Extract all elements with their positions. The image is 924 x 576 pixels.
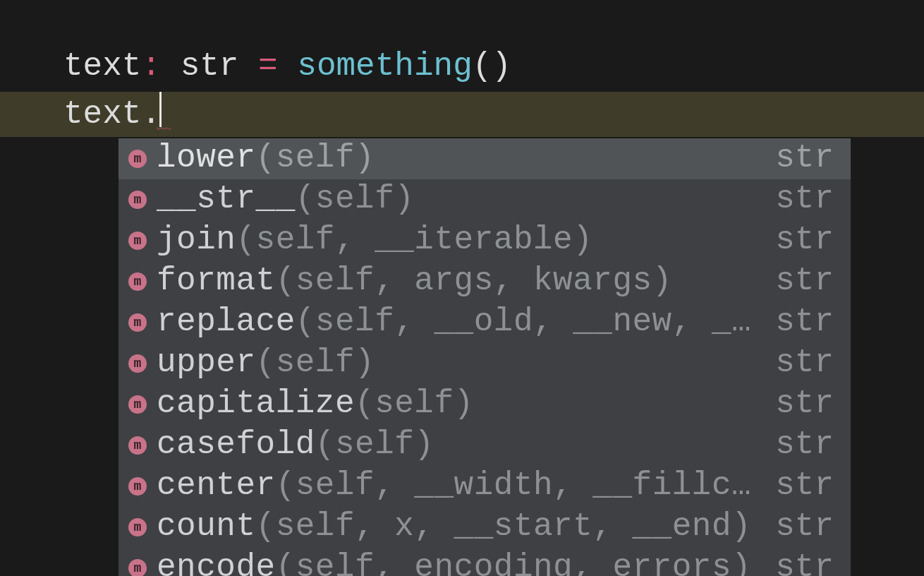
method-icon <box>128 354 147 373</box>
completion-item-join[interactable]: join(self, __iterable)str <box>118 220 851 261</box>
completion-signature: upper(self) <box>157 343 761 384</box>
completion-item-casefold[interactable]: casefold(self)str <box>118 425 851 466</box>
completion-name: upper <box>157 344 256 381</box>
type-annotation: str <box>181 48 239 85</box>
completion-return-type: str <box>775 302 834 343</box>
completion-name: center <box>157 467 276 504</box>
function-call: something <box>297 48 472 85</box>
identifier-text: text <box>63 48 141 85</box>
completion-params: (self) <box>315 426 434 463</box>
completion-item-lower[interactable]: lower(self)str <box>118 138 851 179</box>
completion-signature: casefold(self) <box>157 425 761 466</box>
completion-name: join <box>157 222 236 258</box>
method-icon <box>128 191 147 209</box>
completion-return-type: str <box>775 466 834 507</box>
autocomplete-popup[interactable]: lower(self)str__str__(self)strjoin(self,… <box>118 138 851 576</box>
method-icon <box>128 313 147 332</box>
completion-item-upper[interactable]: upper(self)str <box>118 343 851 384</box>
method-icon <box>128 436 147 455</box>
completion-signature: join(self, __iterable) <box>157 220 761 261</box>
completion-return-type: str <box>775 425 834 466</box>
completion-return-type: str <box>775 343 834 384</box>
completion-item-replace[interactable]: replace(self, __old, __new, __c…str <box>118 302 851 343</box>
completion-return-type: str <box>775 384 834 425</box>
space <box>238 48 258 85</box>
completion-item-__str__[interactable]: __str__(self)str <box>118 179 851 220</box>
completion-item-count[interactable]: count(self, x, __start, __end)str <box>118 507 851 548</box>
method-icon <box>128 559 147 576</box>
completion-signature: __str__(self) <box>157 179 761 220</box>
completion-params: (self, x, __start, __end) <box>256 508 752 545</box>
completion-item-encode[interactable]: encode(self, encoding, errors)str <box>118 548 851 576</box>
completion-name: count <box>157 508 256 545</box>
completion-params: (self, args, kwargs) <box>276 263 672 299</box>
completion-return-type: str <box>775 261 834 302</box>
completion-params: (self, __old, __new, __c… <box>296 304 761 340</box>
completion-return-type: str <box>775 179 834 220</box>
parens: () <box>473 48 511 85</box>
completion-return-type: str <box>775 507 834 548</box>
completion-params: (self) <box>296 181 415 217</box>
completion-signature: capitalize(self) <box>157 384 761 425</box>
completion-signature: replace(self, __old, __new, __c… <box>157 302 761 343</box>
completion-name: lower <box>157 140 256 176</box>
completion-name: replace <box>157 304 296 340</box>
completion-item-center[interactable]: center(self, __width, __fillcha…str <box>118 466 851 507</box>
completion-item-format[interactable]: format(self, args, kwargs)str <box>118 261 851 302</box>
completion-name: __str__ <box>157 181 296 217</box>
completion-signature: encode(self, encoding, errors) <box>157 548 761 576</box>
method-icon <box>128 150 147 168</box>
completion-params: (self) <box>256 344 375 381</box>
code-line-1[interactable]: text: str = something() <box>0 47 924 92</box>
completion-return-type: str <box>775 220 834 261</box>
method-icon <box>128 477 147 496</box>
completion-signature: count(self, x, __start, __end) <box>157 507 761 548</box>
identifier-text: text <box>63 96 141 133</box>
method-icon <box>128 272 147 291</box>
completion-name: encode <box>157 549 276 576</box>
method-icon <box>128 395 147 414</box>
completion-signature: lower(self) <box>157 138 761 179</box>
code-editor[interactable]: text: str = something() text. <box>0 0 924 137</box>
completion-name: capitalize <box>157 385 355 422</box>
completion-params: (self, __iterable) <box>236 222 592 258</box>
completion-return-type: str <box>775 138 834 179</box>
method-icon <box>128 232 147 250</box>
method-icon <box>128 518 147 536</box>
completion-item-capitalize[interactable]: capitalize(self)str <box>118 384 851 425</box>
completion-signature: center(self, __width, __fillcha… <box>157 466 761 507</box>
space <box>278 48 298 85</box>
completion-signature: format(self, args, kwargs) <box>157 261 761 302</box>
code-line-2-current[interactable]: text. <box>0 92 924 137</box>
equals-token: = <box>258 48 278 85</box>
completion-name: casefold <box>157 426 315 463</box>
colon-token: : <box>141 48 161 85</box>
completion-params: (self) <box>355 385 474 422</box>
completion-params: (self) <box>256 140 375 176</box>
completion-params: (self, encoding, errors) <box>276 549 752 576</box>
error-squiggle-icon <box>157 126 169 133</box>
completion-params: (self, __width, __fillcha… <box>276 467 762 504</box>
completion-return-type: str <box>775 548 834 576</box>
completion-name: format <box>157 263 276 299</box>
space <box>161 48 181 85</box>
